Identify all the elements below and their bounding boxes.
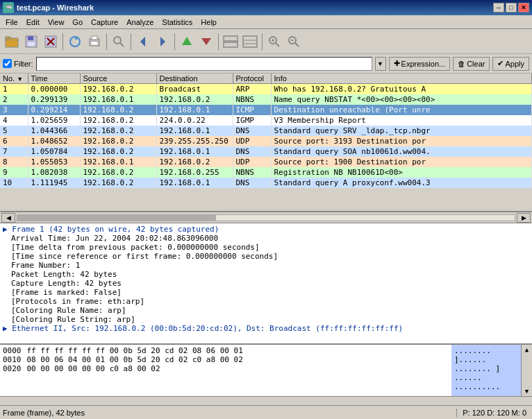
cell-protocol: DNS — [233, 126, 271, 136]
goto-button[interactable] — [178, 33, 196, 51]
hex-row: 001008 00 06 04 00 01 00 0b 5d 20 cd 02 … — [3, 355, 449, 364]
menu-item-edit[interactable]: Edit — [22, 17, 44, 28]
zoom-in-button[interactable] — [265, 33, 283, 51]
hex-bytes: 00 00 00 00 00 00 c0 a8 00 02 — [27, 364, 160, 373]
expression-button[interactable]: ✚ Expression... — [389, 57, 451, 71]
reload-button[interactable] — [66, 33, 84, 51]
print-button[interactable] — [85, 33, 103, 51]
capture-down-button[interactable] — [197, 33, 215, 51]
menu-bar: FileEditViewGoCaptureAnalyzeStatisticsHe… — [0, 15, 532, 29]
table-row[interactable]: 30.299214192.168.0.2192.168.0.1ICMPDesti… — [0, 105, 532, 115]
cell-destination: 239.255.255.250 — [156, 136, 233, 146]
detail-line: Capture Length: 42 bytes — [3, 279, 529, 288]
back-button[interactable] — [134, 33, 152, 51]
filter-checkbox[interactable] — [3, 59, 12, 68]
col-header-time[interactable]: Time — [28, 74, 80, 84]
toolbar-sep-4 — [174, 33, 175, 50]
cell-no: 10 — [0, 178, 28, 188]
clear-button[interactable]: 🗑 Clear — [453, 57, 490, 71]
cell-info: Standard query SOA nb10061d.ww004. — [271, 146, 532, 157]
packet-list[interactable]: No. ▼ Time Source Destination Protocol I… — [0, 74, 532, 212]
table-row[interactable]: 51.044366192.168.0.2192.168.0.1DNSStanda… — [0, 126, 532, 136]
close-button[interactable]: ✕ — [518, 3, 529, 12]
find-button[interactable] — [110, 33, 128, 51]
cell-destination: 192.168.0.1 — [156, 178, 233, 188]
cell-destination: 192.168.0.2 — [156, 94, 233, 105]
packet-detail[interactable]: ▶ Frame 1 (42 bytes on wire, 42 bytes ca… — [0, 223, 532, 345]
close-capture-button[interactable] — [42, 33, 60, 51]
filter-input[interactable] — [36, 57, 372, 71]
menu-item-view[interactable]: View — [44, 17, 69, 28]
menu-item-file[interactable]: File — [1, 17, 22, 28]
hex-scrollbar[interactable]: ▲ ▼ — [521, 345, 532, 396]
minimize-button[interactable]: ─ — [493, 3, 504, 12]
toolbar-sep-5 — [218, 33, 219, 50]
table-row[interactable]: 91.082038192.168.0.2192.168.0.255NBNSReg… — [0, 167, 532, 178]
table-row[interactable]: 71.050784192.168.0.2192.168.0.1DNSStanda… — [0, 146, 532, 157]
table-row[interactable]: 81.055053192.168.0.1192.168.0.2UDPSource… — [0, 157, 532, 167]
menu-item-statistics[interactable]: Statistics — [158, 17, 197, 28]
hex-ascii: ........ ]...... — [454, 346, 518, 364]
table-row[interactable]: 10.000000192.168.0.2BroadcastARPWho has … — [0, 84, 532, 95]
packet-table-header: No. ▼ Time Source Destination Protocol I… — [0, 74, 532, 84]
detail-frame-section[interactable]: ▶ Frame 1 (42 bytes on wire, 42 bytes ca… — [3, 225, 529, 234]
cell-protocol: ARP — [233, 84, 271, 95]
table-row[interactable]: 61.048652192.168.0.2239.255.255.250UDPSo… — [0, 136, 532, 146]
hex-scroll-down[interactable]: ▼ — [525, 388, 529, 395]
menu-item-capture[interactable]: Capture — [87, 17, 122, 28]
zoom-out-button[interactable] — [285, 33, 303, 51]
cell-source: 192.168.0.1 — [80, 157, 156, 167]
scroll-left-btn[interactable]: ◀ — [1, 213, 15, 223]
menu-item-analyze[interactable]: Analyze — [122, 17, 158, 28]
svg-point-12 — [114, 37, 121, 44]
hex-scroll-up[interactable]: ▲ — [525, 346, 529, 353]
cell-source: 192.168.0.2 — [80, 115, 156, 126]
cell-protocol: IGMP — [233, 115, 271, 126]
svg-line-26 — [276, 43, 279, 46]
cell-info: Who has 192.168.0.2? Gratuitous A — [271, 84, 532, 95]
cell-protocol: UDP — [233, 157, 271, 167]
menu-item-help[interactable]: Help — [197, 17, 221, 28]
save-button[interactable] — [22, 33, 40, 51]
cell-info: Name query NBSTAT *<00><00><00><00> — [271, 94, 532, 105]
app-icon: 🦈 — [3, 2, 14, 13]
open-button[interactable] — [3, 33, 21, 51]
svg-marker-17 — [201, 38, 211, 45]
col-header-destination[interactable]: Destination — [156, 74, 233, 84]
h-scrollbar[interactable]: ◀ ▶ — [0, 212, 532, 223]
col-header-source[interactable]: Source — [80, 74, 156, 84]
cell-no: 2 — [0, 94, 28, 105]
maximize-button[interactable]: □ — [506, 3, 517, 12]
detail-ethernet-section[interactable]: ▶ Ethernet II, Src: 192.168.0.2 (00:0b:5… — [3, 324, 529, 333]
scrollbar-thumb[interactable] — [17, 215, 216, 221]
scrollbar-track — [17, 214, 515, 221]
cell-time: 0.299214 — [28, 105, 80, 115]
cell-time: 1.111945 — [28, 178, 80, 188]
cell-no: 8 — [0, 157, 28, 167]
toolbar-sep-3 — [131, 33, 131, 50]
menu-item-go[interactable]: Go — [68, 17, 87, 28]
col-header-protocol[interactable]: Protocol — [233, 74, 271, 84]
status-bar: Frame (frame), 42 bytes P: 120 D: 120 M:… — [0, 405, 532, 419]
table-row[interactable]: 41.025659192.168.0.2224.0.0.22IGMPV3 Mem… — [0, 115, 532, 126]
table-row[interactable]: 20.299139192.168.0.1192.168.0.2NBNSName … — [0, 94, 532, 105]
col-header-info[interactable]: Info — [271, 74, 532, 84]
table-row[interactable]: 101.111945192.168.0.2192.168.0.1DNSStand… — [0, 178, 532, 188]
forward-button[interactable] — [153, 33, 172, 51]
hex-view-btn[interactable] — [241, 33, 259, 51]
expression-label: Expression... — [401, 60, 446, 68]
detail-line: [Coloring Rule Name: arp] — [3, 306, 529, 315]
apply-button[interactable]: ✔ Apply — [492, 57, 529, 71]
svg-rect-18 — [224, 36, 238, 41]
window-controls: ─ □ ✕ — [493, 3, 529, 12]
hex-addr: 0010 — [3, 355, 22, 364]
sort-arrow: ▼ — [17, 76, 23, 83]
filter-dropdown-button[interactable]: ▼ — [375, 57, 386, 71]
packet-view-btn[interactable] — [222, 33, 240, 51]
scroll-right-btn[interactable]: ▶ — [517, 213, 531, 223]
filter-label: Filter: — [3, 59, 33, 68]
cell-source: 192.168.0.2 — [80, 146, 156, 157]
cell-info: Standard query SRV _ldap._tcp.nbgr — [271, 126, 532, 136]
col-header-no[interactable]: No. ▼ — [0, 74, 28, 84]
hex-addr: 0020 — [3, 364, 22, 373]
